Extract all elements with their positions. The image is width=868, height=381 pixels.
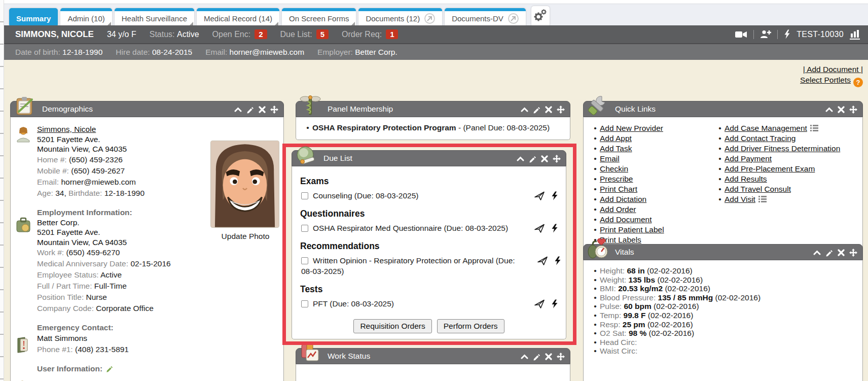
vitals-header[interactable]: Vitals [583, 244, 863, 260]
list-view-icon[interactable] [758, 195, 767, 203]
due-item-checkbox[interactable] [301, 257, 308, 264]
move-icon[interactable] [557, 106, 565, 114]
quick-link[interactable]: Print Patient Label [600, 225, 664, 234]
close-icon[interactable] [545, 106, 552, 113]
quick-links-header[interactable]: Quick Links [583, 101, 863, 117]
tab-strip: Summary Admin (10) Health Surveillance M… [4, 0, 868, 25]
tab-health-surveillance[interactable]: Health Surveillance [115, 8, 194, 27]
move-icon[interactable] [557, 353, 565, 361]
emergency-contact-name: Matt Simmons [37, 333, 277, 344]
quick-link[interactable]: Checkin [600, 164, 628, 173]
panel-membership-header[interactable]: Panel Membership [296, 101, 570, 117]
send-order-icon[interactable] [537, 256, 548, 265]
work-status-header[interactable]: Work Status [296, 348, 570, 364]
emergency-contact-icon [16, 336, 31, 354]
quick-link[interactable]: Add Travel Consult [725, 185, 791, 193]
select-portlets-link[interactable]: Select Portlets [800, 76, 851, 84]
collapse-icon[interactable] [234, 107, 242, 113]
perform-bolt-icon[interactable] [551, 191, 558, 200]
tab-documents-dv[interactable]: Documents-DV [445, 8, 526, 27]
due-list-badge[interactable]: 5 [316, 29, 329, 39]
collapse-icon[interactable] [521, 107, 528, 113]
close-icon[interactable] [541, 155, 548, 162]
patient-name-link[interactable]: Simmons, Nicole [37, 125, 96, 133]
vital-value: 68 in [627, 266, 644, 275]
flowsheet-chart-icon[interactable] [850, 29, 861, 40]
perform-orders-button[interactable]: Perform Orders [437, 319, 504, 333]
add-document-link[interactable]: | Add Document | [803, 65, 863, 74]
move-icon[interactable] [270, 106, 278, 114]
quick-link[interactable]: Add Driver Fitness Determination [725, 144, 840, 153]
tab-settings-gears-icon[interactable] [531, 6, 550, 27]
collapse-icon[interactable] [813, 250, 821, 256]
close-icon[interactable] [838, 249, 845, 256]
edit-icon[interactable] [533, 353, 540, 361]
edit-pencil-icon[interactable] [106, 365, 113, 372]
due-list-header[interactable]: Due List [292, 150, 566, 166]
quick-link[interactable]: Add Case Management [725, 124, 807, 132]
order-req-badge[interactable]: 1 [386, 29, 398, 39]
close-icon[interactable] [259, 106, 266, 113]
quick-link[interactable]: Add Visit [725, 195, 755, 203]
quick-link[interactable]: Print Chart [600, 185, 637, 193]
work-phone-value: (650) 459-6270 [66, 248, 120, 257]
quick-link[interactable]: Add Pre-Placement Exam [725, 164, 815, 173]
collapse-icon[interactable] [825, 107, 833, 113]
quick-link[interactable]: Add Results [725, 175, 767, 183]
quick-link[interactable]: Email [600, 154, 620, 163]
due-item-checkbox[interactable] [301, 225, 308, 232]
collapse-icon[interactable] [521, 354, 528, 360]
add-user-icon[interactable] [760, 29, 771, 39]
move-icon[interactable] [849, 249, 857, 257]
send-order-icon[interactable] [534, 223, 545, 233]
quick-links-column-2: •Add Case Management •Add Contact Tracin… [715, 123, 840, 245]
edit-icon[interactable] [533, 106, 540, 114]
edit-icon[interactable] [529, 155, 536, 163]
quick-link[interactable]: Add Appt [600, 134, 632, 143]
edit-icon[interactable] [246, 106, 254, 114]
quick-link[interactable]: Add Document [600, 215, 652, 224]
open-enc-badge[interactable]: 2 [255, 29, 267, 39]
left-resize-gutter[interactable] [0, 0, 4, 381]
popout-arrow-icon[interactable] [424, 13, 435, 24]
quick-link[interactable]: Prescribe [600, 175, 633, 183]
send-order-icon[interactable] [534, 299, 545, 308]
quick-link[interactable]: Add New Provider [600, 124, 663, 132]
quick-link[interactable]: Add Contact Tracing [725, 134, 795, 143]
quick-action-bolt-icon[interactable] [784, 29, 790, 39]
quick-link[interactable]: Add Payment [725, 154, 772, 163]
quick-link[interactable]: Add Dictation [600, 195, 646, 203]
vital-date: (02-02-2016) [647, 266, 693, 275]
close-icon[interactable] [545, 353, 552, 360]
edit-icon[interactable] [825, 249, 833, 257]
portlet-demographics: Demographics Simmons, Nicole 5201 Fayett… [10, 101, 284, 381]
tab-summary[interactable]: Summary [9, 8, 58, 27]
quick-link[interactable]: Add Order [600, 205, 636, 214]
list-view-icon[interactable] [810, 124, 818, 132]
tab-documents[interactable]: Documents (12) [358, 8, 442, 27]
due-item-checkbox[interactable] [301, 300, 308, 307]
vitals-body: •Height: 68 in (02-02-2016) •Weight: 135… [583, 260, 863, 381]
portlet-due-list: Due List Exams Counseling (Due: 08-03-20… [292, 150, 566, 339]
popout-arrow-icon[interactable] [508, 13, 519, 24]
tab-medical-record[interactable]: Medical Record (14) [197, 8, 279, 27]
tab-admin[interactable]: Admin (10) [60, 8, 112, 27]
vital-row: •O2 Sat: 98 % (02-02-2016) [591, 329, 857, 338]
collapse-icon[interactable] [517, 156, 524, 162]
requisition-orders-button[interactable]: Requisition Orders [353, 319, 431, 333]
move-icon[interactable] [553, 155, 561, 163]
due-item-checkbox[interactable] [301, 192, 308, 199]
due-item-row: PFT (Due: 08-03-2025) [300, 297, 558, 310]
perform-bolt-icon[interactable] [554, 256, 561, 265]
perform-bolt-icon[interactable] [551, 299, 558, 308]
move-icon[interactable] [849, 106, 857, 114]
demographics-header[interactable]: Demographics [10, 101, 284, 117]
video-camera-icon[interactable] [735, 30, 747, 39]
perform-bolt-icon[interactable] [551, 224, 558, 233]
update-photo-link[interactable]: Update Photo [222, 231, 270, 241]
send-order-icon[interactable] [534, 191, 545, 200]
close-icon[interactable] [838, 106, 845, 113]
quick-link[interactable]: Add Task [600, 144, 632, 153]
help-icon[interactable]: ? [853, 78, 863, 87]
tab-on-screen-forms[interactable]: On Screen Forms [282, 8, 356, 27]
